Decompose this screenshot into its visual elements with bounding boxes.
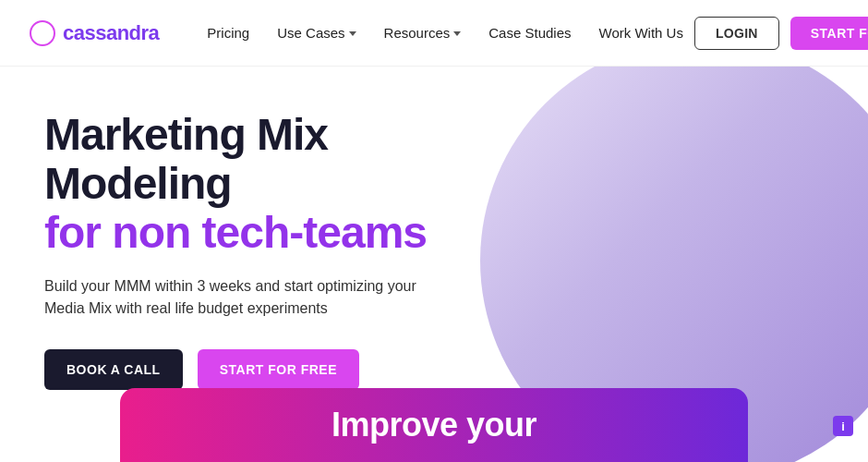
hero-cta: BOOK A CALL START FOR FREE [44, 349, 524, 390]
info-button[interactable]: i [833, 416, 853, 436]
bottom-banner-text: Improve your [332, 406, 536, 444]
hero-content: Marketing Mix Modeling for non tech-team… [44, 111, 524, 390]
login-button[interactable]: LOGIN [694, 17, 779, 50]
logo-icon [30, 20, 55, 46]
main-nav: Pricing Use Cases Resources Case Studies… [196, 18, 694, 48]
logo[interactable]: cassandra [30, 20, 159, 46]
nav-item-case-studies[interactable]: Case Studies [477, 18, 582, 48]
chevron-down-icon [349, 31, 356, 36]
hero-subtitle: Build your MMM within 3 weeks and start … [44, 275, 432, 320]
start-for-free-button[interactable]: START FOR FREE [790, 17, 868, 50]
hero-title-line2: for non tech-teams [44, 209, 524, 258]
nav-item-use-cases[interactable]: Use Cases [266, 18, 367, 48]
nav-item-pricing[interactable]: Pricing [196, 18, 260, 48]
nav-item-work-with-us[interactable]: Work With Us [588, 18, 694, 48]
chevron-down-icon [453, 31, 461, 36]
hero-start-for-free-button[interactable]: START FOR FREE [198, 349, 359, 390]
hero-section: Marketing Mix Modeling for non tech-team… [0, 67, 868, 462]
hero-title-line1: Marketing Mix Modeling [44, 111, 524, 209]
header: cassandra Pricing Use Cases Resources Ca… [0, 0, 868, 67]
logo-text: cassandra [63, 21, 159, 45]
nav-actions: LOGIN START FOR FREE [694, 17, 868, 50]
bottom-banner: Improve your [120, 388, 748, 462]
nav-item-resources[interactable]: Resources [373, 18, 473, 48]
book-a-call-button[interactable]: BOOK A CALL [44, 349, 183, 390]
